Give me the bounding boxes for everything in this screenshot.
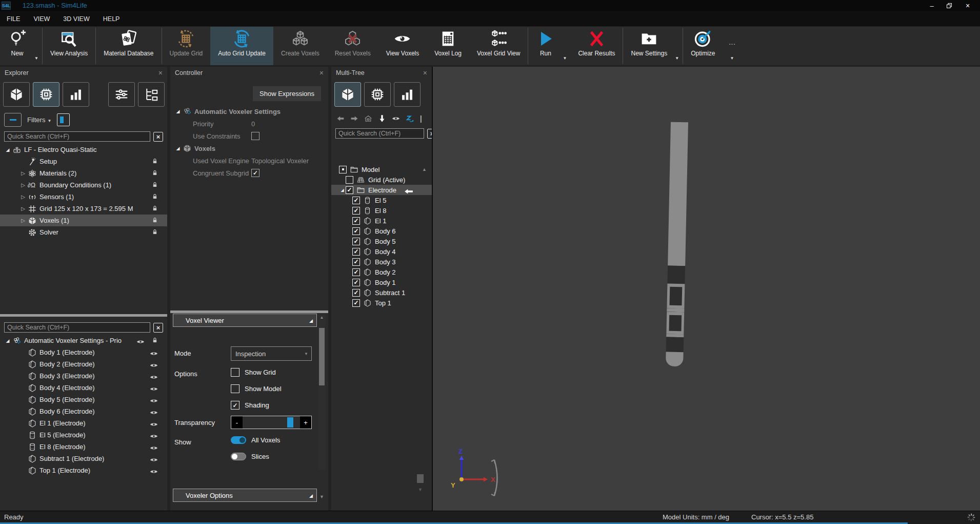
multi-tree-row[interactable]: Grid (Active) [331,174,432,185]
voxel-grid-view-button[interactable]: Voxel Grid View [469,27,528,65]
scrollbar-thumb[interactable] [417,474,424,483]
tree-row[interactable]: ▷Grid 125 x 120 x 173 = 2.595 M [0,203,167,215]
tree-row[interactable]: Setup [0,156,167,167]
view-voxels-button[interactable]: View Voxels [378,27,427,65]
visibility-checkbox[interactable] [352,207,360,215]
menu-help[interactable]: HELP [96,15,127,23]
show-grid-option[interactable]: Show Grid [231,368,282,377]
panel-layout-button[interactable] [57,113,70,126]
update-grid-button[interactable]: Update Grid [162,27,211,65]
show-expressions-button[interactable]: Show Expressions [253,86,321,101]
visibility-checkbox[interactable] [352,258,360,266]
tree-row[interactable]: Body 1 (Electrode) [0,346,167,358]
collapse-all-button[interactable] [4,113,22,127]
visibility-checkbox[interactable] [346,186,353,194]
tree-row[interactable]: El 8 (Electrode) [0,441,167,453]
down-arrow-icon[interactable] [377,114,387,123]
tree-row[interactable]: Body 2 (Electrode) [0,358,167,370]
multi-tree-row[interactable]: Body 6 [331,226,432,236]
expand-icon[interactable]: ◢ [4,338,11,343]
multi-tree-row[interactable]: Body 1 [331,277,432,287]
tree-row[interactable]: ▷Materials (2) [0,167,167,179]
use-constraints-checkbox[interactable] [251,132,259,140]
simulation-view-button[interactable] [33,82,59,107]
restore-button[interactable] [942,0,957,11]
tree-row[interactable]: El 1 (Electrode) [0,417,167,429]
scrollbar-thumb[interactable] [319,328,325,385]
settings-search-input[interactable] [4,322,150,333]
show-grid-checkbox[interactable] [231,368,239,377]
tree-row[interactable]: ◢LF - Electro Quasi-Static [0,144,167,156]
electrode-voxel-model[interactable] [666,122,688,367]
avs-group-row[interactable]: ◢ Automatic Voxeler Settings [170,105,328,118]
expand-icon[interactable]: ▷ [19,206,27,211]
auto-grid-update-button[interactable]: Auto Grid Update [210,27,273,65]
multi-tree-row[interactable]: Model▲ [331,164,432,174]
close-icon[interactable]: × [319,69,324,77]
tree-row[interactable]: ◢Automatic Voxeler Settings - Prio [0,335,167,346]
expand-icon[interactable]: ▷ [19,218,27,223]
all-voxels-toggle[interactable] [231,436,246,444]
visibility-checkbox[interactable] [352,289,360,297]
tree-row[interactable]: Body 4 (Electrode) [0,382,167,394]
slices-toggle[interactable] [231,453,246,460]
toolbar-overflow[interactable]: ...▼ [723,27,753,65]
optimize-button[interactable]: Optimize [683,27,723,65]
clear-results-button[interactable]: Clear Results [570,27,623,65]
visibility-checkbox[interactable] [352,217,360,225]
visibility-checkbox[interactable] [339,166,347,173]
new-button[interactable]: New▼ [0,27,42,65]
voxel-viewer-section-header[interactable]: Voxel Viewer ◢ [173,314,317,327]
shading-option[interactable]: Shading [231,401,282,410]
congruent-subgrid-checkbox[interactable] [251,169,259,177]
filter-settings-button[interactable] [108,82,135,107]
scrollbar[interactable]: ▼ [417,474,424,492]
voxel-log-button[interactable]: Voxel Log [427,27,469,65]
material-database-button[interactable]: Material Database [96,27,161,65]
tree-layout-button[interactable] [138,82,165,107]
reset-voxels-button[interactable]: Reset Voxels [327,27,378,65]
visibility-checkbox[interactable] [352,238,360,245]
multi-tree-row[interactable]: ◢Electrode [331,185,432,195]
tree-row[interactable]: Solver [0,226,167,238]
multi-tree-row[interactable]: Subtract 1 [331,287,432,298]
model-view-button[interactable] [3,82,30,107]
transparency-slider[interactable]: - + [231,416,312,429]
view-analysis-button[interactable]: View Analysis [43,27,95,65]
visibility-checkbox[interactable] [352,197,360,204]
multi-tree-search-input[interactable] [335,128,424,139]
run-button[interactable]: Run▼ [528,27,570,65]
home-icon[interactable] [364,114,373,123]
create-voxels-button[interactable]: Create Voxels [273,27,327,65]
clear-search-icon[interactable]: × [153,132,163,142]
simulation-view-button[interactable] [364,82,391,107]
close-icon[interactable]: × [423,69,427,77]
clear-search-icon[interactable]: × [153,323,163,333]
minimize-button[interactable]: – [924,0,939,11]
multi-tree-row[interactable]: Body 4 [331,246,432,257]
voxeler-options-section-header[interactable]: Voxeler Options ◢ [173,489,317,502]
tree-row[interactable]: Body 6 (Electrode) [0,405,167,417]
tree-row[interactable]: ▷Voxels (1) [0,215,167,226]
show-model-option[interactable]: Show Model [231,384,282,393]
visibility-checkbox[interactable] [352,248,360,256]
expand-icon[interactable]: ▷ [19,182,27,188]
mode-dropdown[interactable]: Inspection ▼ [231,346,312,361]
analysis-view-button[interactable] [63,82,89,107]
tree-row[interactable]: Body 5 (Electrode) [0,394,167,405]
tree-row[interactable]: ▷Sensors (1) [0,191,167,203]
scroll-down-icon[interactable]: ▼ [319,494,324,499]
all-voxels-option[interactable]: All Voxels [231,436,280,444]
tree-row[interactable]: El 5 (Electrode) [0,429,167,441]
clear-search-icon[interactable]: × [427,129,432,139]
decrease-button[interactable]: - [231,416,243,429]
nav-back-icon[interactable] [336,114,345,123]
visibility-checkbox[interactable] [352,279,360,286]
scroll-up-icon[interactable]: ▲ [318,315,325,321]
eye-icon[interactable] [391,114,401,123]
scrollbar[interactable]: ▲ [318,315,325,470]
menu-3d-view[interactable]: 3D VIEW [56,15,96,23]
scroll-down-icon[interactable]: ▼ [417,487,424,492]
expand-icon[interactable]: ▷ [19,194,27,200]
multi-tree-row[interactable]: El 5 [331,195,432,205]
